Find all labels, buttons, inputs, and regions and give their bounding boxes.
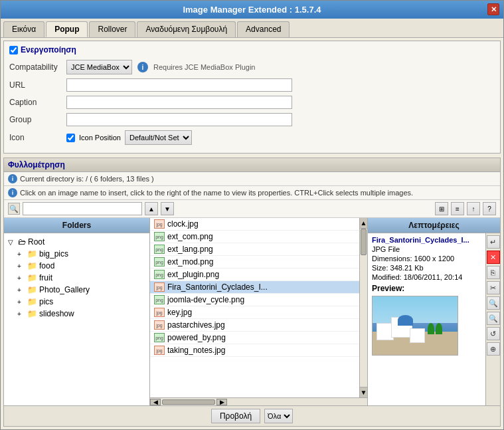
file-item[interactable]: png ext_lang.png bbox=[150, 243, 359, 256]
file-name: clock.jpg bbox=[167, 219, 199, 229]
details-filetype: JPG File bbox=[372, 245, 483, 253]
folder-name: Photo_Gallery bbox=[39, 285, 90, 294]
details-filename: Fira_Santorini_Cyclades_I... bbox=[372, 236, 483, 244]
file-type-icon: png bbox=[154, 333, 165, 342]
horiz-scroll-thumb[interactable] bbox=[162, 399, 215, 405]
refresh-button[interactable]: ↺ bbox=[487, 327, 500, 340]
icon-checkbox[interactable] bbox=[66, 134, 75, 142]
tabs-bar: Εικόνα Popup Rollover Αναδυόμενη Συμβουλ… bbox=[1, 19, 503, 38]
folder-icon: 📁 bbox=[27, 249, 37, 259]
current-dir-bar: i Current directory is: / ( 6 folders, 1… bbox=[4, 172, 500, 186]
details-action-buttons: ↵ ✕ ⎘ ✂ 🔍 🔍 ↺ ⊕ bbox=[485, 233, 500, 405]
preview-button[interactable]: Προβολή bbox=[211, 409, 260, 423]
file-type-icon: jpg bbox=[154, 282, 165, 292]
folder-icon: 📁 bbox=[27, 297, 37, 306]
scroll-thumb[interactable] bbox=[361, 229, 367, 255]
insert-button[interactable]: ↵ bbox=[487, 235, 500, 249]
file-item-selected[interactable]: jpg Fira_Santorini_Cyclades_I... bbox=[150, 281, 359, 294]
enable-checkbox[interactable] bbox=[9, 46, 18, 54]
move-button[interactable]: ✂ bbox=[487, 281, 500, 294]
folder-fruit[interactable]: + 📁 fruit bbox=[7, 272, 147, 284]
folder-food[interactable]: + 📁 food bbox=[7, 260, 147, 272]
details-modified: Modified: 18/06/2011, 20:14 bbox=[372, 273, 483, 281]
folder-big_pics[interactable]: + 📁 big_pics bbox=[7, 248, 147, 260]
file-item[interactable]: png ext_mod.png bbox=[150, 256, 359, 269]
folder-slideshow[interactable]: + 📁 slideshow bbox=[7, 308, 147, 320]
file-item[interactable]: png ext_plugin.png bbox=[150, 269, 359, 281]
tab-rollover[interactable]: Rollover bbox=[89, 21, 135, 37]
grid-view-button[interactable]: ⊞ bbox=[435, 202, 448, 215]
popup-section: Ενεργοποίηση Compatability JCE MediaBox … bbox=[3, 41, 501, 154]
sort-desc-button[interactable]: ▼ bbox=[161, 202, 174, 215]
scroll-down-button[interactable]: ▼ bbox=[360, 387, 367, 397]
tab-eikona[interactable]: Εικόνα bbox=[3, 21, 44, 37]
folder-name: food bbox=[39, 261, 54, 270]
expand-icon: + bbox=[17, 251, 25, 258]
section-title: Ενεργοποίηση bbox=[9, 45, 495, 54]
current-dir-text: Current directory is: / ( 6 folders, 13 … bbox=[20, 175, 154, 183]
files-scrollbar[interactable]: ▲ ▼ bbox=[359, 218, 367, 397]
list-view-button[interactable]: ≡ bbox=[451, 202, 464, 215]
tab-anadyomeni[interactable]: Αναδυόμενη Συμβουλή bbox=[137, 21, 236, 37]
file-item[interactable]: jpg clock.jpg bbox=[150, 218, 359, 231]
file-item[interactable]: png powered_by.png bbox=[150, 332, 359, 344]
files-scroll-container: jpg clock.jpg png ext_com.png png ext_la… bbox=[150, 218, 367, 397]
file-item[interactable]: jpg taking_notes.jpg bbox=[150, 344, 359, 357]
folder-root[interactable]: ▽ 🗁 Root bbox=[7, 236, 147, 248]
sky bbox=[373, 296, 458, 323]
group-input[interactable] bbox=[66, 113, 292, 126]
file-item[interactable]: jpg pastarchives.jpg bbox=[150, 319, 359, 332]
scroll-left-button[interactable]: ◀ bbox=[150, 399, 161, 405]
caption-input[interactable] bbox=[66, 96, 292, 109]
file-item[interactable]: jpg key.jpg bbox=[150, 306, 359, 319]
file-name: ext_mod.png bbox=[167, 257, 213, 267]
icon-position-select[interactable]: Default/Not Set bbox=[125, 130, 192, 145]
expand-icon: + bbox=[17, 298, 25, 306]
file-name: ext_plugin.png bbox=[167, 270, 219, 279]
url-input[interactable] bbox=[66, 78, 292, 92]
folder-pics[interactable]: + 📁 pics bbox=[7, 296, 147, 308]
file-type-icon: jpg bbox=[154, 308, 165, 317]
folder-name: Root bbox=[28, 237, 44, 247]
zoom-out-button[interactable]: 🔍 bbox=[487, 312, 500, 325]
titlebar: Image Manager Extended : 1.5.7.4 ✕ bbox=[1, 1, 503, 19]
delete-button[interactable]: ✕ bbox=[487, 251, 500, 264]
file-type-icon: png bbox=[154, 270, 165, 279]
compat-row: Compatability JCE MediaBox i Requires JC… bbox=[9, 60, 495, 74]
browser-section: Φυλλομέτρηση i Current directory is: / (… bbox=[3, 158, 501, 427]
details-info-area: Fira_Santorini_Cyclades_I... JPG File Di… bbox=[368, 233, 485, 405]
file-item[interactable]: png ext_com.png bbox=[150, 231, 359, 243]
compat-select[interactable]: JCE MediaBox bbox=[66, 60, 132, 74]
file-name: key.jpg bbox=[167, 308, 192, 317]
file-type-icon: jpg bbox=[154, 346, 165, 355]
url-label: URL bbox=[9, 80, 62, 90]
folder-icon: 📁 bbox=[27, 261, 37, 270]
zoom-in-button[interactable]: 🔍 bbox=[487, 296, 500, 310]
close-button[interactable]: ✕ bbox=[487, 3, 499, 15]
url-row: URL bbox=[9, 78, 495, 92]
search-input[interactable] bbox=[23, 202, 142, 215]
copy-button[interactable]: ⎘ bbox=[487, 266, 500, 279]
upload-button[interactable]: ↑ bbox=[467, 202, 480, 215]
expand-icon: + bbox=[17, 274, 25, 282]
file-item[interactable]: png joomla-dev_cycle.png bbox=[150, 294, 359, 306]
bottom-bar: Προβολή Όλα bbox=[4, 405, 500, 426]
tab-advanced[interactable]: Advanced bbox=[237, 21, 290, 37]
more-button[interactable]: ⊕ bbox=[487, 342, 500, 356]
expand-icon: + bbox=[17, 263, 25, 270]
scroll-right-button[interactable]: ▶ bbox=[216, 399, 227, 405]
horiz-scrollbar[interactable]: ◀ ▶ bbox=[150, 397, 367, 405]
scroll-up-button[interactable]: ▲ bbox=[360, 218, 367, 229]
icon-position-label: Icon Position bbox=[79, 134, 121, 142]
icon-row: Icon Icon Position Default/Not Set bbox=[9, 130, 495, 145]
view-select[interactable]: Όλα bbox=[264, 409, 293, 423]
tree bbox=[428, 323, 434, 335]
tab-popup[interactable]: Popup bbox=[46, 21, 88, 37]
help-button[interactable]: ? bbox=[483, 202, 496, 215]
folders-list: ▽ 🗁 Root + 📁 big_pics + 📁 food bbox=[4, 233, 149, 405]
folder-name: fruit bbox=[39, 273, 52, 282]
preview-image bbox=[372, 296, 458, 356]
sort-asc-button[interactable]: ▲ bbox=[145, 202, 158, 215]
folder-photo_gallery[interactable]: + 📁 Photo_Gallery bbox=[7, 284, 147, 296]
dome bbox=[398, 315, 413, 326]
